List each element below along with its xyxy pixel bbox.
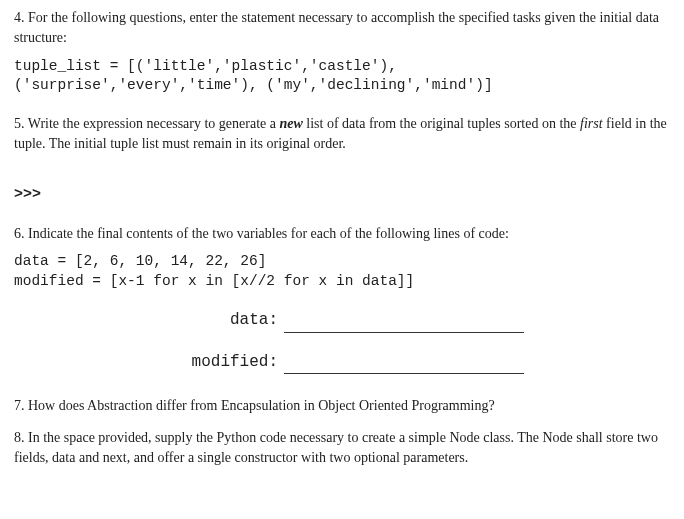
repl-prompt: >>>: [14, 184, 668, 206]
q6-blank-modified: modified:: [14, 351, 668, 374]
q5-mid: list of data from the original tuples so…: [303, 116, 580, 131]
q6-data-label: data:: [14, 309, 284, 332]
q5-first: first: [580, 116, 603, 131]
q6-data-line: [284, 315, 524, 333]
q5-new: new: [279, 116, 302, 131]
q6-blank-data: data:: [14, 309, 668, 332]
q5-pre: 5. Write the expression necessary to gen…: [14, 116, 279, 131]
q6-text: 6. Indicate the final contents of the tw…: [14, 224, 668, 244]
q6-modified-line: [284, 356, 524, 374]
q8-text: 8. In the space provided, supply the Pyt…: [14, 428, 668, 469]
q6-code: data = [2, 6, 10, 14, 22, 26] modified =…: [14, 252, 668, 291]
q7-text: 7. How does Abstraction differ from Enca…: [14, 396, 668, 416]
q5-text: 5. Write the expression necessary to gen…: [14, 114, 668, 155]
q6-modified-label: modified:: [14, 351, 284, 374]
q4-text: 4. For the following questions, enter th…: [14, 8, 668, 49]
q4-code: tuple_list = [('little','plastic','castl…: [14, 57, 668, 96]
